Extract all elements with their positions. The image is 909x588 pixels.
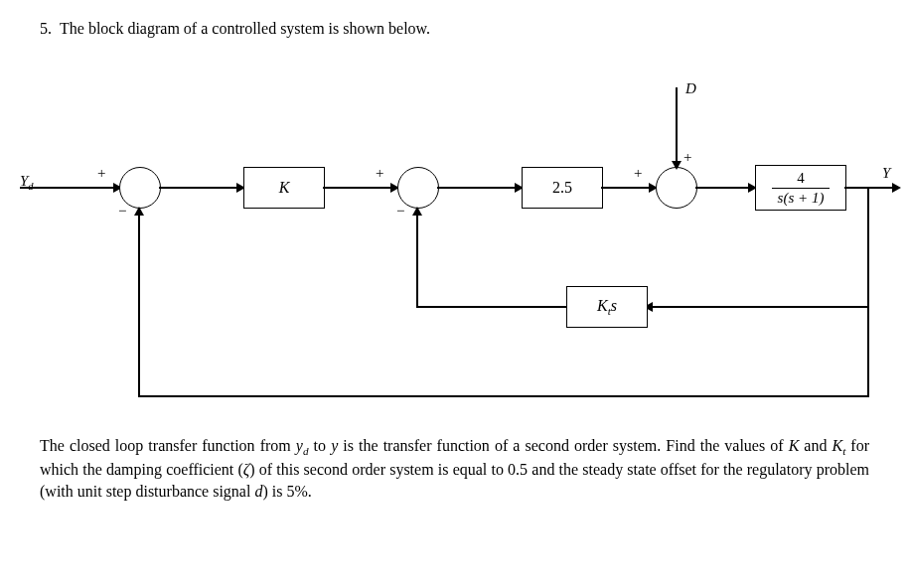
plant-tf: 4 s(s + 1) [772,171,831,206]
q-part2: to [309,437,332,454]
q-part1: The closed loop transfer function from [40,437,296,454]
plant-block: 4 s(s + 1) [755,165,846,211]
gain-label: 2.5 [552,179,572,197]
wire-s1-k [159,187,238,189]
wire-s2-g25 [437,187,517,189]
sign-s2-plus: + [376,165,383,182]
arrow-d-s3 [672,161,682,170]
wire-inner-fb-up [416,212,418,307]
disturbance-label: D [685,80,696,97]
problem-body: The closed loop transfer function from y… [40,435,869,502]
q-K: K [789,437,800,454]
wire-d-s3 [676,87,678,165]
sign-s3-plus-top: + [683,149,691,166]
summing-junction-3 [656,167,697,209]
q-part7: ) is 5%. [262,483,311,500]
wire-plant-out [844,187,894,189]
arrow-outer-fb-into-s1 [134,207,144,216]
q-part3: is the transfer function of a second ord… [338,437,788,454]
gain-block: 2.5 [522,167,603,209]
output-label: Y [882,165,890,182]
wire-outer-fb-down [867,306,869,396]
reference-label: Yd [20,173,34,192]
controller-block: K [243,167,325,209]
wire-outer-fb-left [138,395,869,397]
wire-outer-fb-up [138,212,140,396]
wire-k-s2 [323,187,392,189]
wire-inner-fb-down [867,187,869,307]
arrow-out-y [892,183,901,193]
q-yd: y [296,437,303,454]
controller-label: K [279,179,290,197]
wire-s3-plant [695,187,750,189]
wire-inner-fb-left2 [416,306,566,308]
plant-num: 4 [772,171,831,188]
problem-header: 5. The block diagram of a controlled sys… [40,20,869,38]
kts-label: Kts [597,297,617,317]
sign-s3-plus-left: + [634,165,642,182]
block-diagram: Yd + − K + − 2.5 + [20,68,894,415]
wire-in-ref [20,187,114,189]
arrow-inner-fb-into-s2 [412,207,422,216]
q-part4: and [799,437,832,454]
wire-g25-s3 [601,187,651,189]
q-Kt: K [833,437,843,454]
sign-s1-plus: + [97,165,105,182]
inner-feedback-block: Kts [566,286,648,328]
problem-number: 5. [40,20,52,38]
sign-s2-minus: − [396,203,404,220]
problem-statement: The block diagram of a controlled system… [60,20,869,38]
plant-denom: s(s + 1) [772,188,831,206]
sign-s1-minus: − [118,203,126,220]
wire-inner-fb-left1 [651,306,869,308]
